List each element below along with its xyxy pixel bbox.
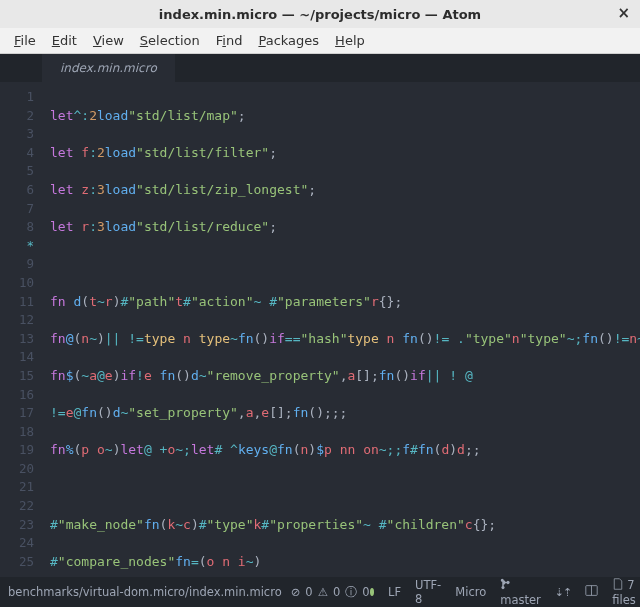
close-icon[interactable]: × [617,4,630,22]
git-sync-icon[interactable]: ⇣⇡ [555,586,571,599]
statusbar: benchmarks/virtual-dom.micro/index.min.m… [0,577,640,607]
pane-split-icon[interactable] [585,584,598,600]
status-filepath[interactable]: benchmarks/virtual-dom.micro/index.min.m… [8,585,282,599]
tab-index-min-micro[interactable]: index.min.micro [42,54,175,82]
file-icon [612,578,624,593]
menu-packages[interactable]: Packages [250,31,327,50]
menu-view[interactable]: View [85,31,132,50]
code-area[interactable]: let^:2load"std/list/map"; let f:2load"st… [42,82,640,577]
info-icon: ⓘ [342,585,360,600]
status-branch[interactable]: master [500,578,541,607]
menu-file[interactable]: File [6,31,44,50]
menu-help[interactable]: Help [327,31,373,50]
status-diagnostics[interactable]: ⊘0 ⚠0 ⓘ0 [288,585,370,600]
status-encoding[interactable]: UTF-8 [415,578,441,606]
status-language[interactable]: Micro [455,585,486,599]
titlebar: index.min.micro — ~/projects/micro — Ato… [0,0,640,28]
error-icon: ⊘ [288,585,304,599]
status-dot-icon [370,588,374,596]
editor[interactable]: 12345678*9101112131415161718192021222324… [0,82,640,577]
window-title: index.min.micro — ~/projects/micro — Ato… [159,7,481,22]
menu-find[interactable]: Find [208,31,251,50]
git-branch-icon [500,578,512,593]
menu-edit[interactable]: Edit [44,31,85,50]
menu-selection[interactable]: Selection [132,31,208,50]
gutter: 12345678*9101112131415161718192021222324… [0,82,42,577]
tab-label: index.min.micro [60,61,157,75]
status-line-ending[interactable]: LF [388,585,401,599]
warn-icon: ⚠ [315,585,331,599]
tabbar: index.min.micro [0,54,640,82]
menubar: File Edit View Selection Find Packages H… [0,28,640,54]
status-files[interactable]: 7 files [612,578,639,607]
